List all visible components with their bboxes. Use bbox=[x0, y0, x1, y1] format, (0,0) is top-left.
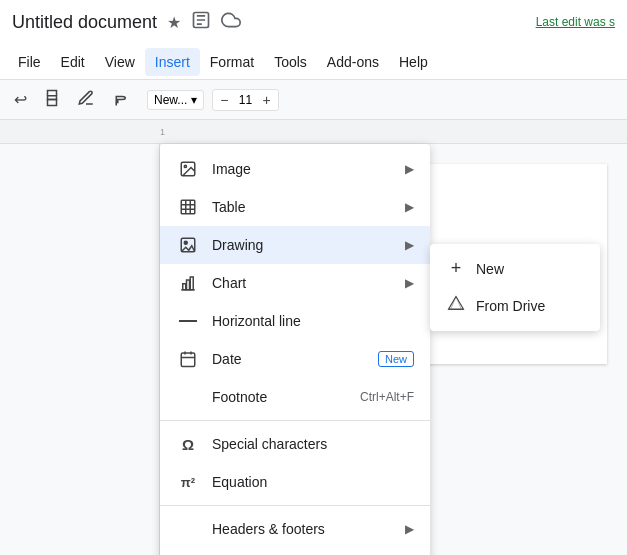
menu-item-table-label: Table bbox=[212, 199, 405, 215]
chart-arrow-icon: ▶ bbox=[405, 276, 414, 290]
svg-rect-18 bbox=[181, 353, 195, 367]
menu-item-image[interactable]: Image ▶ bbox=[160, 150, 430, 188]
menu-item-table[interactable]: Table ▶ bbox=[160, 188, 430, 226]
main-area: My Sample Document te Image ▶ bbox=[0, 144, 627, 555]
spellcheck-button[interactable] bbox=[71, 85, 101, 115]
cloud-icon[interactable] bbox=[221, 10, 241, 34]
special-chars-icon: Ω bbox=[176, 432, 200, 456]
document-title[interactable]: Untitled document bbox=[12, 12, 157, 33]
headers-footers-arrow-icon: ▶ bbox=[405, 522, 414, 536]
paint-format-button[interactable] bbox=[105, 85, 135, 115]
svg-point-12 bbox=[184, 241, 187, 244]
headers-footers-icon bbox=[176, 517, 200, 541]
font-selector[interactable]: New... ▾ bbox=[147, 90, 204, 110]
title-bar: Untitled document ★ Last edit was s bbox=[0, 0, 627, 44]
menu-format[interactable]: Format bbox=[200, 48, 264, 76]
menu-item-drawing-label: Drawing bbox=[212, 237, 405, 253]
svg-rect-14 bbox=[183, 284, 186, 290]
font-name: New... bbox=[154, 93, 187, 107]
svg-rect-6 bbox=[181, 200, 195, 214]
menu-item-chart-label: Chart bbox=[212, 275, 405, 291]
image-icon bbox=[176, 157, 200, 181]
print-button[interactable] bbox=[37, 85, 67, 115]
ruler-mark: 1 bbox=[160, 127, 165, 137]
font-arrow-icon: ▾ bbox=[191, 93, 197, 107]
font-size-minus-button[interactable]: − bbox=[217, 92, 231, 108]
menu-item-special-chars[interactable]: Ω Special characters bbox=[160, 425, 430, 463]
font-size-control: − 11 + bbox=[212, 89, 278, 111]
ruler-marks: 1 bbox=[160, 127, 165, 137]
insert-dropdown-menu: Image ▶ Table ▶ bbox=[160, 144, 430, 555]
svg-rect-2 bbox=[48, 95, 57, 99]
menu-item-horizontal-line-label: Horizontal line bbox=[212, 313, 414, 329]
footnote-shortcut: Ctrl+Alt+F bbox=[360, 390, 414, 404]
chart-icon bbox=[176, 271, 200, 295]
submenu-item-new[interactable]: + New bbox=[430, 250, 600, 287]
undo-button[interactable]: ↩ bbox=[8, 86, 33, 113]
table-icon bbox=[176, 195, 200, 219]
toolbar: ↩ New... ▾ − 11 + bbox=[0, 80, 627, 120]
divider-1 bbox=[160, 420, 430, 421]
equation-icon: π² bbox=[176, 470, 200, 494]
menu-item-page-numbers[interactable]: Page numbers ▶ bbox=[160, 548, 430, 555]
menu-item-footnote[interactable]: Footnote Ctrl+Alt+F bbox=[160, 378, 430, 416]
star-icon[interactable]: ★ bbox=[167, 13, 181, 32]
divider-2 bbox=[160, 505, 430, 506]
menu-bar: File Edit View Insert Format Tools Add-o… bbox=[0, 44, 627, 80]
drawing-submenu: + New From Drive bbox=[430, 244, 600, 331]
submenu-item-from-drive-label: From Drive bbox=[476, 298, 545, 314]
footnote-icon bbox=[176, 385, 200, 409]
menu-view[interactable]: View bbox=[95, 48, 145, 76]
font-size-value[interactable]: 11 bbox=[234, 93, 258, 107]
menu-edit[interactable]: Edit bbox=[51, 48, 95, 76]
menu-tools[interactable]: Tools bbox=[264, 48, 317, 76]
menu-help[interactable]: Help bbox=[389, 48, 438, 76]
menu-item-special-chars-label: Special characters bbox=[212, 436, 414, 452]
image-arrow-icon: ▶ bbox=[405, 162, 414, 176]
font-size-plus-button[interactable]: + bbox=[260, 92, 274, 108]
menu-item-equation[interactable]: π² Equation bbox=[160, 463, 430, 501]
drive-save-icon[interactable] bbox=[191, 10, 211, 34]
svg-rect-16 bbox=[190, 277, 193, 290]
menu-item-chart[interactable]: Chart ▶ bbox=[160, 264, 430, 302]
menu-item-drawing[interactable]: Drawing ▶ bbox=[160, 226, 430, 264]
horizontal-line-icon bbox=[176, 309, 200, 333]
menu-item-date-label: Date bbox=[212, 351, 378, 367]
title-icons: ★ bbox=[167, 10, 241, 34]
plus-icon: + bbox=[446, 258, 466, 279]
drawing-icon bbox=[176, 233, 200, 257]
last-edit-status: Last edit was s bbox=[536, 15, 615, 29]
menu-item-horizontal-line[interactable]: Horizontal line bbox=[160, 302, 430, 340]
svg-point-5 bbox=[184, 165, 186, 167]
menu-item-equation-label: Equation bbox=[212, 474, 414, 490]
svg-rect-15 bbox=[187, 280, 190, 290]
submenu-item-new-label: New bbox=[476, 261, 504, 277]
submenu-item-from-drive[interactable]: From Drive bbox=[430, 287, 600, 325]
date-icon bbox=[176, 347, 200, 371]
drawing-arrow-icon: ▶ bbox=[405, 238, 414, 252]
date-new-badge: New bbox=[378, 351, 414, 367]
menu-file[interactable]: File bbox=[8, 48, 51, 76]
svg-rect-1 bbox=[48, 99, 57, 105]
menu-item-footnote-label: Footnote bbox=[212, 389, 360, 405]
menu-item-headers-footers[interactable]: Headers & footers ▶ bbox=[160, 510, 430, 548]
menu-insert[interactable]: Insert bbox=[145, 48, 200, 76]
menu-item-headers-footers-label: Headers & footers bbox=[212, 521, 405, 537]
menu-addons[interactable]: Add-ons bbox=[317, 48, 389, 76]
menu-item-image-label: Image bbox=[212, 161, 405, 177]
menu-item-date[interactable]: Date New bbox=[160, 340, 430, 378]
ruler: 1 bbox=[0, 120, 627, 144]
drive-icon bbox=[446, 295, 466, 317]
table-arrow-icon: ▶ bbox=[405, 200, 414, 214]
